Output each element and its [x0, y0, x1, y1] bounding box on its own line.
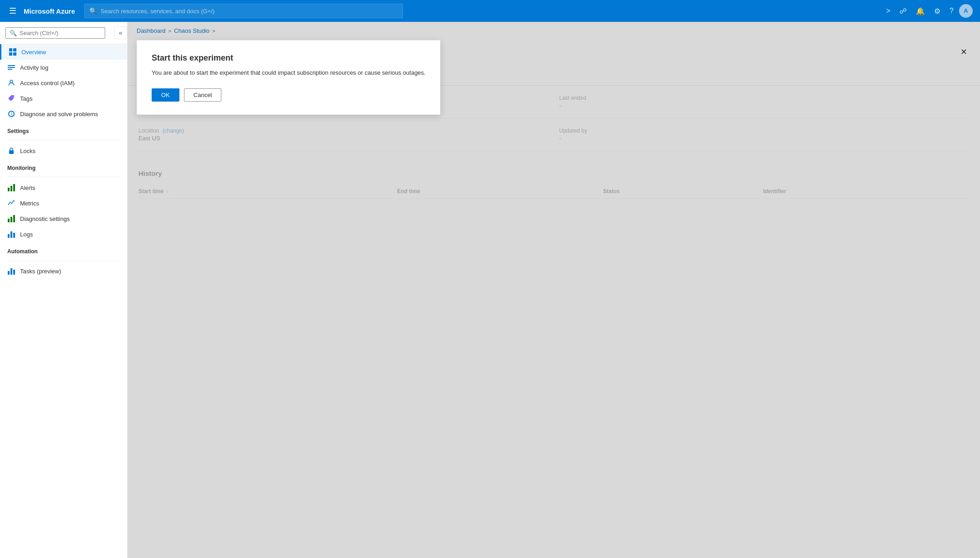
sidebar-section-automation: Automation [0, 242, 127, 257]
tasks-preview-icon [7, 267, 15, 275]
sidebar-search-icon: 🔍 [10, 30, 17, 36]
sidebar: 🔍 « Overview Activity log Acces [0, 22, 128, 558]
sidebar-divider-automation [7, 260, 120, 261]
sidebar-search-input[interactable] [20, 30, 101, 36]
dialog-buttons: OK Cancel [152, 88, 425, 102]
help-icon[interactable]: ? [946, 4, 957, 18]
tags-icon [7, 94, 15, 102]
sidebar-search-container[interactable]: 🔍 [0, 24, 111, 42]
svg-rect-11 [13, 184, 15, 191]
svg-rect-1 [13, 48, 16, 51]
sidebar-item-activity-log[interactable]: Activity log [0, 60, 127, 75]
dialog-title: Start this experiment [152, 53, 425, 63]
sidebar-item-diagnose[interactable]: Diagnose and solve problems [0, 106, 127, 122]
sidebar-item-label-locks: Locks [20, 148, 36, 154]
top-navigation: ☰ Microsoft Azure 🔍 > ☍ 🔔 ⚙ ? A [0, 0, 980, 22]
svg-rect-0 [9, 48, 12, 51]
sidebar-item-overview[interactable]: Overview [0, 44, 127, 60]
avatar[interactable]: A [959, 4, 973, 18]
sidebar-item-locks[interactable]: Locks [0, 143, 127, 159]
main-layout: 🔍 « Overview Activity log Acces [0, 22, 980, 558]
overview-icon [9, 48, 17, 56]
hamburger-menu[interactable]: ☰ [7, 4, 18, 18]
sidebar-collapse-button[interactable]: « [114, 26, 127, 39]
svg-rect-20 [13, 270, 15, 275]
dialog-box: Start this experiment You are about to s… [137, 40, 440, 115]
sidebar-item-access-control[interactable]: Access control (IAM) [0, 75, 127, 91]
content-area: Dashboard > Chaos Studio > linuxCPUPress… [128, 22, 980, 558]
dialog-overlay: Start this experiment You are about to s… [128, 22, 980, 558]
sidebar-item-label-tags: Tags [20, 95, 32, 102]
svg-point-7 [10, 80, 13, 83]
sidebar-divider-settings [7, 140, 120, 140]
sidebar-item-label-diagnostic-settings: Diagnostic settings [20, 215, 70, 222]
notification-icon[interactable]: 🔔 [912, 4, 929, 18]
sidebar-item-logs[interactable]: Logs [0, 226, 127, 242]
sidebar-item-tags[interactable]: Tags [0, 91, 127, 106]
logs-icon [7, 230, 15, 238]
sidebar-item-label-metrics: Metrics [20, 200, 39, 207]
svg-rect-15 [8, 234, 10, 238]
dialog-body: You are about to start the experiment th… [152, 68, 425, 77]
svg-rect-14 [13, 215, 15, 222]
svg-rect-12 [8, 219, 10, 222]
svg-rect-8 [9, 150, 14, 154]
sidebar-item-label-logs: Logs [20, 231, 33, 238]
svg-rect-6 [8, 69, 12, 70]
terminal-icon[interactable]: > [883, 4, 894, 18]
sidebar-divider-monitoring [7, 177, 120, 177]
sidebar-section-monitoring: Monitoring [0, 159, 127, 174]
search-input[interactable] [101, 8, 398, 15]
metrics-icon [7, 199, 15, 207]
diagnostic-settings-icon [7, 215, 15, 223]
svg-rect-3 [13, 52, 16, 56]
activity-log-icon [7, 63, 15, 72]
svg-rect-13 [10, 217, 12, 222]
sidebar-item-label-overview: Overview [21, 49, 46, 56]
global-search[interactable]: 🔍 [84, 4, 403, 18]
sidebar-item-alerts[interactable]: Alerts [0, 180, 127, 195]
settings-icon[interactable]: ⚙ [930, 4, 944, 18]
sidebar-item-metrics[interactable]: Metrics [0, 195, 127, 211]
sidebar-item-label-diagnose: Diagnose and solve problems [20, 111, 98, 118]
dialog-ok-button[interactable]: OK [152, 88, 179, 102]
sidebar-item-label-alerts: Alerts [20, 184, 35, 191]
top-nav-icons: > ☍ 🔔 ⚙ ? A [883, 4, 973, 18]
svg-rect-10 [10, 186, 12, 191]
sidebar-section-settings: Settings [0, 122, 127, 137]
brand-label: Microsoft Azure [24, 7, 75, 15]
access-control-icon [7, 79, 15, 87]
sidebar-top-row: 🔍 « [0, 22, 127, 44]
sidebar-search-box[interactable]: 🔍 [5, 27, 105, 39]
dialog-cancel-button[interactable]: Cancel [184, 88, 221, 102]
sidebar-item-label-tasks-preview: Tasks (preview) [20, 268, 61, 275]
svg-rect-18 [8, 271, 10, 275]
svg-rect-19 [10, 268, 12, 275]
sidebar-item-label-activity-log: Activity log [20, 64, 48, 71]
diagnose-icon [7, 110, 15, 118]
search-icon: 🔍 [89, 7, 97, 15]
svg-rect-16 [10, 231, 12, 238]
portal-icon[interactable]: ☍ [896, 4, 910, 18]
sidebar-item-tasks-preview[interactable]: Tasks (preview) [0, 263, 127, 279]
svg-rect-9 [8, 188, 10, 191]
sidebar-item-label-access-control: Access control (IAM) [20, 80, 75, 87]
locks-icon [7, 147, 15, 155]
svg-rect-17 [13, 233, 15, 238]
alerts-icon [7, 184, 15, 192]
svg-rect-4 [8, 65, 15, 66]
svg-rect-5 [8, 67, 15, 68]
sidebar-item-diagnostic-settings[interactable]: Diagnostic settings [0, 211, 127, 226]
svg-rect-2 [9, 52, 12, 56]
